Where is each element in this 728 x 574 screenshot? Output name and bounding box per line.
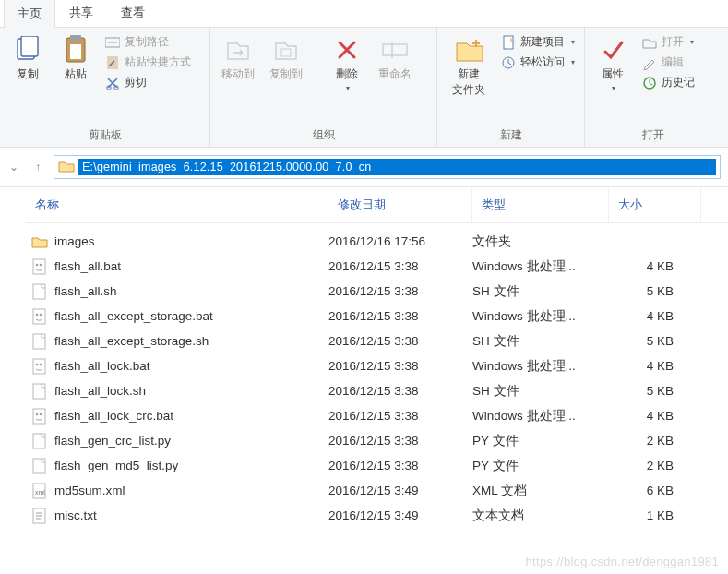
tab-share[interactable]: 共享 bbox=[55, 0, 107, 27]
copy-path-button[interactable]: 复制路径 bbox=[101, 33, 195, 51]
tab-home[interactable]: 主页 bbox=[4, 0, 55, 28]
svg-point-18 bbox=[40, 263, 42, 266]
ribbon-group-new: 新建 文件夹 新建项目▾ 轻松访问▾ 新建 bbox=[437, 28, 585, 147]
file-name: flash_all_lock_crc.bat bbox=[54, 409, 173, 423]
svg-text:xml: xml bbox=[35, 489, 45, 496]
file-date: 2016/12/15 3:38 bbox=[328, 334, 472, 348]
file-name: flash_all_lock.sh bbox=[54, 384, 146, 398]
file-name: md5sum.xml bbox=[54, 484, 125, 497]
file-name: flash_all_except_storage.bat bbox=[54, 309, 213, 323]
file-size: 2 KB bbox=[609, 434, 701, 448]
txt-icon bbox=[31, 508, 48, 524]
file-type: PY 文件 bbox=[472, 458, 609, 474]
chevron-down-icon: ▾ bbox=[612, 84, 615, 92]
history-button[interactable]: 历史记 bbox=[638, 74, 698, 91]
svg-rect-3 bbox=[70, 35, 81, 41]
properties-button[interactable]: 属性 ▾ bbox=[591, 31, 635, 96]
cut-button[interactable]: 剪切 bbox=[101, 74, 195, 91]
file-type: SH 文件 bbox=[472, 383, 609, 400]
svg-rect-31 bbox=[33, 434, 45, 448]
table-row[interactable]: flash_all_lock_crc.bat2016/12/15 3:38Win… bbox=[26, 403, 728, 428]
table-row[interactable]: flash_gen_crc_list.py2016/12/15 3:38PY 文… bbox=[26, 428, 728, 453]
file-date: 2016/12/15 3:38 bbox=[328, 409, 472, 423]
folder-icon bbox=[58, 159, 75, 175]
delete-label: 删除 bbox=[336, 66, 358, 82]
file-date: 2016/12/15 3:49 bbox=[328, 484, 472, 497]
new-folder-icon bbox=[454, 35, 483, 65]
ribbon-group-new-title: 新建 bbox=[443, 126, 579, 145]
delete-button[interactable]: 删除 ▾ bbox=[325, 31, 369, 96]
rename-button[interactable]: 重命名 bbox=[373, 31, 417, 86]
bat-icon bbox=[31, 308, 48, 325]
nav-recent-button[interactable]: ⌄ bbox=[6, 161, 22, 173]
table-row[interactable]: images2016/12/16 17:56文件夹 bbox=[26, 229, 728, 254]
file-type: SH 文件 bbox=[472, 283, 609, 300]
table-row[interactable]: flash_all.sh2016/12/15 3:38SH 文件5 KB bbox=[26, 279, 728, 304]
move-to-button[interactable]: 移动到 bbox=[216, 31, 260, 86]
edit-button[interactable]: 编辑 bbox=[638, 54, 698, 71]
easy-access-label: 轻松访问 bbox=[520, 54, 565, 70]
file-icon bbox=[31, 383, 48, 400]
file-icon bbox=[31, 458, 48, 474]
ribbon-group-organize: 移动到 复制到 删除 ▾ 重命名 组织 bbox=[210, 28, 437, 147]
paste-shortcut-label: 粘贴快捷方式 bbox=[125, 54, 191, 70]
svg-point-25 bbox=[36, 363, 39, 365]
file-size: 5 KB bbox=[609, 284, 701, 298]
table-row[interactable]: flash_gen_md5_list.py2016/12/15 3:38PY 文… bbox=[26, 453, 728, 478]
ribbon-group-clipboard: 复制 粘贴 复制路径 粘贴快捷方式 剪切 bbox=[0, 28, 210, 147]
table-row[interactable]: misc.txt2016/12/15 3:49文本文档1 KB bbox=[26, 503, 728, 528]
svg-rect-11 bbox=[383, 44, 407, 55]
tab-view[interactable]: 查看 bbox=[107, 0, 159, 27]
file-name: images bbox=[54, 234, 95, 248]
new-item-label: 新建项目 bbox=[520, 34, 565, 50]
svg-rect-32 bbox=[33, 459, 45, 473]
move-to-icon bbox=[223, 35, 253, 65]
column-date[interactable]: 修改日期 bbox=[328, 187, 472, 222]
file-date: 2016/12/15 3:38 bbox=[328, 459, 472, 472]
xml-icon: xml bbox=[31, 483, 48, 499]
svg-point-22 bbox=[40, 313, 42, 316]
column-type[interactable]: 类型 bbox=[472, 187, 609, 222]
paste-label: 粘贴 bbox=[65, 66, 87, 82]
easy-access-button[interactable]: 轻松访问▾ bbox=[497, 54, 579, 71]
ribbon-group-organize-title: 组织 bbox=[216, 126, 431, 145]
file-date: 2016/12/16 17:56 bbox=[328, 234, 472, 248]
nav-up-button[interactable]: ↑ bbox=[30, 161, 46, 173]
file-icon bbox=[31, 333, 48, 350]
new-folder-button[interactable]: 新建 文件夹 bbox=[443, 31, 494, 102]
move-to-label: 移动到 bbox=[221, 66, 255, 82]
table-row[interactable]: flash_all.bat2016/12/15 3:38Windows 批处理.… bbox=[26, 254, 728, 279]
rename-label: 重命名 bbox=[378, 66, 412, 82]
history-label: 历史记 bbox=[662, 75, 695, 90]
file-size: 4 KB bbox=[609, 409, 701, 423]
table-row[interactable]: xmlmd5sum.xml2016/12/15 3:49XML 文档6 KB bbox=[26, 478, 728, 503]
column-size[interactable]: 大小 bbox=[609, 187, 701, 222]
copy-path-icon bbox=[105, 35, 120, 50]
file-size: 1 KB bbox=[609, 508, 701, 522]
table-row[interactable]: flash_all_except_storage.sh2016/12/15 3:… bbox=[26, 329, 728, 353]
file-type: 文本文档 bbox=[472, 508, 609, 524]
file-type: PY 文件 bbox=[472, 433, 609, 449]
file-size: 4 KB bbox=[609, 359, 701, 373]
svg-rect-19 bbox=[33, 284, 45, 299]
file-name: misc.txt bbox=[54, 508, 97, 522]
chevron-down-icon: ▾ bbox=[571, 38, 575, 46]
copy-button[interactable]: 复制 bbox=[6, 31, 50, 86]
open-button[interactable]: 打开▾ bbox=[638, 33, 698, 51]
file-type: Windows 批处理... bbox=[472, 258, 609, 275]
column-name[interactable]: 名称 bbox=[26, 187, 328, 222]
file-size: 2 KB bbox=[609, 459, 701, 472]
open-icon bbox=[642, 35, 657, 50]
svg-rect-28 bbox=[33, 409, 45, 424]
address-text[interactable]: E:\gemini_images_6.12.15_20161215.0000.0… bbox=[78, 159, 716, 175]
copy-to-button[interactable]: 复制到 bbox=[264, 31, 308, 86]
new-item-button[interactable]: 新建项目▾ bbox=[497, 33, 579, 51]
paste-shortcut-button[interactable]: 粘贴快捷方式 bbox=[101, 54, 195, 71]
table-row[interactable]: flash_all_except_storage.bat2016/12/15 3… bbox=[26, 304, 728, 329]
table-row[interactable]: flash_all_lock.sh2016/12/15 3:38SH 文件5 K… bbox=[26, 378, 728, 403]
file-date: 2016/12/15 3:38 bbox=[328, 434, 472, 448]
svg-point-30 bbox=[40, 413, 42, 415]
address-bar[interactable]: E:\gemini_images_6.12.15_20161215.0000.0… bbox=[54, 155, 721, 179]
paste-button[interactable]: 粘贴 bbox=[54, 31, 98, 86]
table-row[interactable]: flash_all_lock.bat2016/12/15 3:38Windows… bbox=[26, 353, 728, 378]
